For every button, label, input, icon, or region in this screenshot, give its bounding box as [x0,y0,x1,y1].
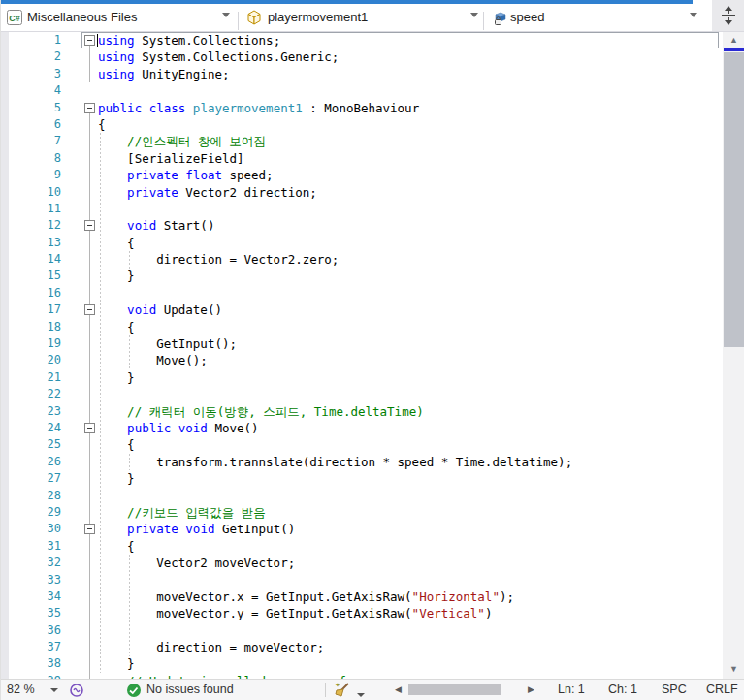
code-text: private Vector2 direction; [98,184,317,201]
code-line[interactable]: 3using UnityEngine; [1,66,723,82]
vertical-scrollbar[interactable]: ▲ ▼ [723,32,744,679]
code-text: using UnityEngine; [98,66,229,82]
code-line[interactable]: 23 // 캐릭터 이동(방향, 스피드, Time.deltaTime) [1,403,723,420]
code-line[interactable]: 21 } [1,369,723,386]
fold-margin [65,488,98,504]
type-dropdown[interactable]: playermovement1 [239,4,483,31]
line-number: 36 [1,622,65,639]
horizontal-scroll-thumb[interactable] [408,684,501,695]
project-dropdown-label: Miscellaneous Files [27,10,137,24]
code-line[interactable]: 2using System.Collections.Generic; [1,48,723,65]
line-number: 38 [1,655,65,672]
code-line[interactable]: 5public class playermovement1 : MonoBeha… [1,100,723,116]
zoom-level-label: 82 % [7,683,35,696]
nav-right-block [712,0,744,32]
code-line[interactable]: 31 { [1,538,723,555]
fold-margin [65,100,98,116]
code-line[interactable]: 32 Vector2 moveVector; [1,555,723,571]
code-line[interactable]: 11 [1,201,723,217]
line-number: 31 [1,538,65,555]
code-line[interactable]: 15 } [1,268,723,284]
code-text: private float speed; [98,167,274,183]
fold-toggle[interactable] [84,304,95,315]
code-line[interactable]: 9 private float speed; [1,167,723,183]
code-line[interactable]: 13 { [1,235,723,251]
scroll-down-button[interactable]: ▼ [723,662,744,677]
field-private-icon [492,10,507,25]
member-dropdown[interactable]: speed [484,4,712,31]
issues-status[interactable]: No issues found [146,683,234,696]
line-ending-indicator: CRLF [706,683,738,696]
line-number: 8 [1,150,65,167]
code-line[interactable]: 20 Move(); [1,352,723,368]
fold-toggle[interactable] [84,524,95,534]
code-line[interactable]: 27 } [1,470,723,487]
code-text: moveVector.y = GetInput.GetAxisRaw("Vert… [98,605,492,621]
code-text: } [98,369,135,386]
code-text: } [98,470,135,487]
split-editor-handle-icon[interactable] [720,4,737,27]
code-lines: 1using System.Collections;2using System.… [1,32,723,679]
code-line[interactable]: 14 direction = Vector2.zero; [1,251,723,268]
fold-margin [65,521,98,537]
code-line[interactable]: 6{ [1,116,723,133]
fold-margin [65,32,98,48]
code-line[interactable]: 28 [1,488,723,504]
code-line[interactable]: 33 [1,572,723,589]
fold-toggle[interactable] [84,103,95,113]
code-line[interactable]: 1using System.Collections; [1,32,723,48]
fold-margin [65,386,98,402]
code-line[interactable]: 16 [1,285,723,302]
fold-margin [65,555,98,571]
member-dropdown-label: speed [510,10,544,24]
code-line[interactable]: 18 { [1,319,723,335]
code-line[interactable]: 35 moveVector.y = GetInput.GetAxisRaw("V… [1,605,723,621]
line-number: 30 [1,521,65,537]
code-line[interactable]: 36 [1,622,723,639]
code-line[interactable]: 25 { [1,436,723,453]
code-line[interactable]: 10 private Vector2 direction; [1,184,723,201]
code-line[interactable]: 12 void Start() [1,217,723,234]
fold-toggle[interactable] [84,423,95,433]
project-dropdown[interactable]: C# Miscellaneous Files [1,4,238,31]
scroll-right-button[interactable]: ▶ [528,684,534,694]
code-cleanup-control[interactable]: ✦ [334,682,365,700]
fold-margin [65,201,98,217]
code-line[interactable]: 26 transform.trannslate(direction * spee… [1,454,723,470]
code-line[interactable]: 22 [1,386,723,402]
code-line[interactable]: 30 private void GetInput() [1,521,723,537]
code-editor[interactable]: 1using System.Collections;2using System.… [1,32,723,679]
code-line[interactable]: 19 GetInput(); [1,335,723,352]
code-text: { [98,436,135,453]
scroll-up-button[interactable]: ▲ [723,33,744,48]
navigation-bar: C# Miscellaneous Files playermovement1 [1,4,712,32]
code-line[interactable]: 7 //인스펙터 창에 보여짐 [1,133,723,149]
code-text: { [98,116,106,133]
code-line[interactable]: 37 direction = moveVector; [1,639,723,655]
code-text: [SerializeField] [98,150,244,167]
code-line[interactable]: 29 //키보드 입력값을 받음 [1,504,723,521]
code-line[interactable]: 8 [SerializeField] [1,150,723,167]
zoom-control[interactable]: 82 % [7,683,58,696]
code-line[interactable]: 34 moveVector.x = GetInput.GetAxisRaw("H… [1,589,723,605]
fold-margin [65,538,98,555]
code-line[interactable]: 4 [1,82,723,99]
code-text: void Start() [98,217,214,234]
fold-toggle[interactable] [84,220,95,231]
fold-margin [65,82,98,99]
fold-margin [65,420,98,436]
fold-margin [65,589,98,605]
document-health-icon[interactable] [69,683,84,698]
fold-toggle[interactable] [84,35,95,46]
code-line[interactable]: 38 } [1,655,723,672]
code-line[interactable]: 17 void Update() [1,302,723,318]
code-text: //키보드 입력값을 받음 [98,504,266,521]
line-indicator: Ln: 1 [558,683,585,696]
code-line[interactable]: 24 public void Move() [1,420,723,436]
vertical-scroll-thumb[interactable] [724,52,744,347]
fold-margin [65,572,98,589]
spaces-indicator: SPC [662,683,687,696]
scroll-left-button[interactable]: ◀ [395,684,402,694]
fold-margin [65,335,98,352]
line-number: 11 [1,201,65,217]
